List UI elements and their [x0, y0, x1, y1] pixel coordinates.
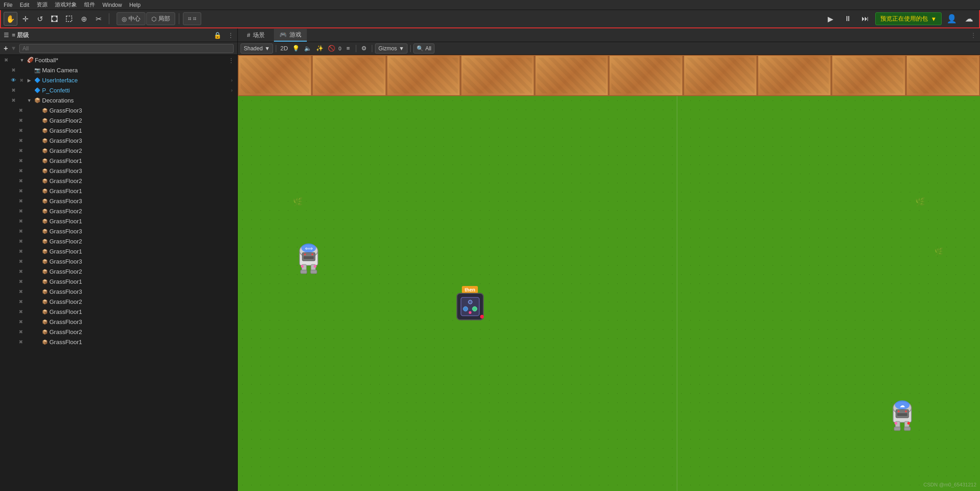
lock-toggle[interactable]: ✖	[18, 77, 25, 83]
rotate-tool-button[interactable]: ↺	[33, 12, 47, 26]
center-button[interactable]: ◎ 中心	[117, 12, 145, 25]
hierarchy-title: ≡ 层级	[12, 31, 29, 39]
preview-dropdown[interactable]: 预览正在使用的包 ▼	[875, 12, 942, 25]
hand-tool-button[interactable]: ✋	[4, 12, 17, 26]
rect-tool-button[interactable]	[62, 12, 76, 26]
move-tool-button[interactable]: ✛	[18, 12, 32, 26]
hierarchy-list: ✖ ▼ 🏈 Football* ⋮ ✖ 📷 Main Camera 👁 ✖ ▶	[0, 55, 237, 491]
list-item[interactable]: ✖📦GrassFloor3	[0, 256, 237, 266]
mesh-icon: 📦	[41, 107, 48, 114]
chevron-down-icon: ▼	[264, 45, 270, 52]
gizmos-dropdown[interactable]: Gizmos ▼	[375, 43, 407, 54]
lock-icon[interactable]: 🔒	[214, 32, 221, 39]
step-button[interactable]: ⏭	[858, 11, 873, 26]
list-item[interactable]: ✖📦GrassFloor2	[0, 176, 237, 186]
play-button[interactable]: ▶	[823, 11, 838, 26]
list-item[interactable]: ✖📦GrassFloor1	[0, 246, 237, 256]
item-name: GrassFloor1	[49, 127, 236, 134]
item-name: GrassFloor1	[49, 339, 236, 345]
visibility-toggle[interactable]: ✖	[9, 66, 17, 74]
visibility-toggle[interactable]: ✖	[9, 96, 17, 104]
menu-window[interactable]: Window	[102, 2, 122, 8]
gizmos-config-button[interactable]: ⚙	[359, 43, 369, 54]
hierarchy-search-bar: + ▼	[0, 42, 237, 55]
list-item[interactable]: ✖📦GrassFloor2	[0, 327, 237, 337]
list-item[interactable]: ✖📦GrassFloor2	[0, 146, 237, 156]
shading-dropdown[interactable]: Shaded ▼	[241, 43, 273, 54]
more-options-icon[interactable]: ⋮	[228, 32, 234, 38]
scene-tab[interactable]: # 场景	[241, 29, 270, 42]
expand-arrow[interactable]: ▼	[18, 56, 26, 64]
add-hierarchy-button[interactable]: +	[4, 44, 8, 53]
list-item[interactable]: ✖📦GrassFloor1	[0, 307, 237, 317]
svg-rect-5	[66, 16, 72, 22]
list-item[interactable]: ✖📦GrassFloor3	[0, 226, 237, 236]
list-item[interactable]: ✖📦GrassFloor3	[0, 317, 237, 327]
hierarchy-item-confetti[interactable]: ✖ 🔷 P_Confetti ›	[0, 85, 237, 95]
2d-toggle-button[interactable]: 2D	[279, 43, 289, 54]
fx-button[interactable]: ✨	[315, 43, 325, 54]
menu-component[interactable]: 组件	[84, 1, 95, 9]
list-item[interactable]: ✖📦GrassFloor2	[0, 266, 237, 276]
cloud-button[interactable]: ☁	[962, 11, 976, 26]
transform-gizmo-button[interactable]: ⊕	[77, 12, 91, 26]
list-item[interactable]: ✖📦GrassFloor1	[0, 125, 237, 135]
layers-button[interactable]: ≡	[343, 43, 353, 54]
hierarchy-search-input[interactable]	[19, 44, 234, 53]
pause-button[interactable]: ⏸	[841, 11, 855, 26]
menu-file[interactable]: File	[4, 2, 12, 8]
list-item[interactable]: ✖📦GrassFloor1	[0, 216, 237, 226]
list-item[interactable]: ✖📦GrassFloor2	[0, 236, 237, 246]
menu-help[interactable]: Help	[129, 2, 141, 8]
search-filter-dropdown[interactable]: 🔍 All	[413, 43, 434, 54]
account-button[interactable]: 👤	[944, 11, 959, 26]
lock-toggle[interactable]	[11, 57, 17, 63]
expand-arrow[interactable]: ▼	[26, 97, 33, 104]
list-item[interactable]: ✖📦GrassFloor3	[0, 196, 237, 206]
menu-gameobject[interactable]: 游戏对象	[55, 1, 77, 9]
toolbar-sep-3	[372, 45, 372, 52]
scale-tool-button[interactable]	[48, 12, 61, 26]
root-more-icon[interactable]: ⋮	[226, 57, 236, 64]
local-button[interactable]: ⬡ 局部	[146, 12, 175, 25]
lock-toggle[interactable]	[18, 97, 25, 103]
list-item[interactable]: ✖📦GrassFloor2	[0, 115, 237, 125]
svg-point-31	[905, 410, 907, 412]
hierarchy-item-decorations[interactable]: ✖ ▼ 📦 Decorations	[0, 95, 237, 105]
visibility-toggle[interactable]: ✖	[9, 86, 17, 94]
lighting-button[interactable]: 💡	[291, 43, 301, 54]
list-item[interactable]: ✖📦GrassFloor2	[0, 206, 237, 216]
tabs-more-icon[interactable]: ⋮	[970, 32, 976, 38]
audio-button[interactable]: 🔈	[303, 43, 313, 54]
scene-canvas[interactable]: 🌿 🌿 🌿 ⟺	[238, 55, 980, 491]
list-item[interactable]: ✖📦GrassFloor3	[0, 286, 237, 297]
lock-toggle[interactable]	[18, 87, 25, 93]
svg-rect-1	[51, 16, 53, 17]
visibility-toggle[interactable]: ✖	[2, 56, 10, 64]
list-item[interactable]: ✖📦GrassFloor3	[0, 166, 237, 176]
hierarchy-item-main-camera[interactable]: ✖ 📷 Main Camera	[0, 65, 237, 75]
custom-editor-button[interactable]: ✂	[91, 12, 105, 26]
list-item[interactable]: ✖📦GrassFloor3	[0, 105, 237, 115]
lock-toggle[interactable]	[18, 67, 25, 73]
hierarchy-root[interactable]: ✖ ▼ 🏈 Football* ⋮	[0, 55, 237, 65]
menu-edit[interactable]: Edit	[20, 2, 29, 8]
list-item[interactable]: ✖📦GrassFloor1	[0, 337, 237, 347]
hierarchy-item-userinterface[interactable]: 👁 ✖ ▶ 🔷 UserInterface ›	[0, 75, 237, 85]
svg-rect-32	[897, 413, 907, 416]
list-item[interactable]: ✖📦GrassFloor1	[0, 156, 237, 166]
list-item[interactable]: ✖📦GrassFloor2	[0, 297, 237, 307]
list-item[interactable]: ✖📦GrassFloor1	[0, 186, 237, 196]
game-tab[interactable]: 🎮 游戏	[274, 29, 307, 42]
mesh-icon: 📦	[41, 258, 48, 265]
menu-assets[interactable]: 资源	[37, 1, 48, 9]
visibility-icon[interactable]: 👁	[9, 76, 17, 84]
list-item[interactable]: ✖📦GrassFloor3	[0, 135, 237, 146]
mesh-icon: 📦	[41, 308, 48, 315]
expand-arrow[interactable]: ▶	[26, 76, 33, 84]
scene-visibility-button[interactable]: 🚫	[327, 43, 337, 54]
list-item[interactable]: ✖📦GrassFloor1	[0, 276, 237, 286]
menu-icon: ☰	[4, 32, 9, 38]
snap-button[interactable]: ⌗ ⌗	[183, 12, 201, 25]
mesh-icon: 📦	[41, 197, 48, 205]
